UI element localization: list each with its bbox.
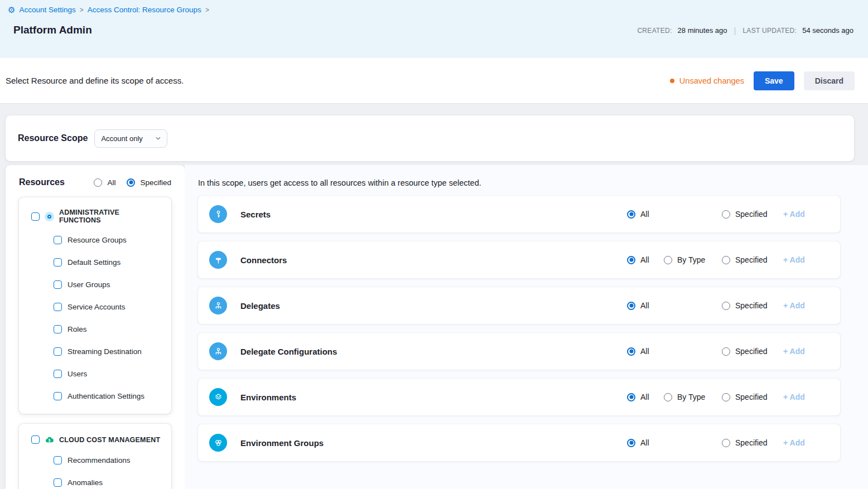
sidebar-item-authentication-settings[interactable]: Authentication Settings (19, 385, 171, 407)
checkbox[interactable] (54, 258, 62, 267)
add-button[interactable]: + Add (783, 210, 818, 219)
checkbox-administrative-functions[interactable] (31, 212, 40, 221)
radio-icon (664, 256, 672, 264)
radio-icon (627, 210, 635, 219)
page-title: Platform Admin (13, 24, 92, 36)
delegate-icon (209, 297, 227, 314)
checkbox[interactable] (54, 325, 62, 333)
group-administrative-functions: ADMINISTRATIVE FUNCTIONS Resource Groups… (19, 197, 171, 414)
breadcrumb: ⚙ Account Settings > Access Control: Res… (8, 6, 853, 14)
resource-row-secrets: Secrets All Specified + Add (198, 196, 840, 233)
sidebar-item-anomalies[interactable]: Anomalies (19, 471, 171, 489)
checkbox[interactable] (54, 303, 62, 311)
checkbox-cloud-cost-management[interactable] (31, 435, 40, 444)
radio-specified[interactable]: Specified (722, 347, 783, 356)
sidebar-item-recommendations[interactable]: Recommendations (19, 449, 171, 471)
sidebar-item-user-groups[interactable]: User Groups (19, 273, 171, 296)
action-toolbar: Select Resource and define its scope of … (0, 58, 868, 104)
checkbox[interactable] (54, 478, 62, 487)
radio-all[interactable]: All (627, 301, 664, 310)
checkbox[interactable] (54, 370, 62, 378)
sidebar-item-resource-groups[interactable]: Resource Groups (19, 229, 171, 251)
radio-specified[interactable]: Specified (722, 438, 783, 447)
resource-name: Secrets (240, 210, 271, 219)
resources-sidebar: Resources All Specified ADMINISTRATIVE F… (6, 165, 185, 489)
toolbar-description: Select Resource and define its scope of … (6, 76, 184, 85)
checkbox[interactable] (54, 456, 62, 464)
unsaved-changes-indicator: Unsaved changes (670, 76, 744, 85)
add-button[interactable]: + Add (783, 347, 818, 356)
resource-name: Environment Groups (240, 438, 324, 448)
radio-icon (722, 439, 730, 447)
created-label: CREATED: (637, 27, 672, 35)
save-button[interactable]: Save (754, 71, 794, 90)
radio-all[interactable]: All (627, 347, 664, 356)
resource-name: Environments (240, 393, 296, 402)
svg-text:$: $ (49, 438, 51, 442)
delegate-config-icon (209, 342, 227, 360)
radio-all[interactable]: All (627, 255, 664, 264)
add-button[interactable]: + Add (783, 301, 818, 310)
sidebar-item-roles[interactable]: Roles (19, 318, 171, 340)
key-icon (209, 205, 227, 223)
radio-icon (722, 210, 730, 219)
chevron-right-icon: > (205, 6, 209, 14)
sidebar-item-users[interactable]: Users (19, 362, 171, 385)
unsaved-changes-label: Unsaved changes (679, 76, 744, 85)
meta-info: CREATED: 28 minutes ago | LAST UPDATED: … (637, 26, 853, 36)
scope-instruction: In this scope, users get access to all r… (198, 178, 840, 187)
add-button[interactable]: + Add (783, 438, 818, 447)
environment-icon (209, 388, 227, 406)
radio-by-type[interactable]: By Type (664, 255, 722, 264)
sidebar-item-service-accounts[interactable]: Service Accounts (19, 296, 171, 318)
breadcrumb-resource-groups[interactable]: Access Control: Resource Groups (88, 6, 201, 14)
resource-name: Delegate Configurations (240, 347, 337, 356)
resource-row-connectors: Connectors All By Type Specified + Add (198, 241, 840, 278)
add-button[interactable]: + Add (783, 393, 818, 401)
radio-resources-specified[interactable]: Specified (127, 178, 171, 187)
add-button[interactable]: + Add (783, 255, 818, 264)
chevron-down-icon (156, 136, 161, 141)
radio-icon (722, 256, 730, 264)
radio-resources-all[interactable]: All (94, 178, 115, 187)
page-header: ⚙ Account Settings > Access Control: Res… (0, 0, 868, 58)
radio-icon (127, 178, 135, 187)
radio-all[interactable]: All (627, 210, 664, 219)
resource-scope-select[interactable]: Account only (94, 129, 167, 148)
meta-divider: | (732, 26, 737, 35)
radio-specified[interactable]: Specified (722, 393, 783, 401)
radio-by-type[interactable]: By Type (664, 393, 722, 401)
checkbox[interactable] (54, 392, 62, 400)
radio-specified[interactable]: Specified (722, 301, 783, 310)
cloud-dollar-icon: $ (45, 435, 54, 444)
sidebar-item-default-settings[interactable]: Default Settings (19, 251, 171, 273)
resource-types-panel: In this scope, users get access to all r… (185, 165, 868, 489)
last-updated-value: 54 seconds ago (802, 26, 853, 35)
radio-icon (627, 302, 635, 310)
radio-all[interactable]: All (627, 438, 664, 447)
radio-icon (94, 178, 102, 187)
unsaved-dot-icon (670, 79, 674, 83)
gear-icon: ⚙ (8, 6, 15, 14)
radio-icon (722, 302, 730, 310)
radio-icon (664, 393, 672, 401)
checkbox[interactable] (54, 347, 62, 356)
breadcrumb-account-settings[interactable]: Account Settings (19, 6, 75, 14)
sidebar-item-streaming-destination[interactable]: Streaming Destination (19, 340, 171, 362)
resource-scope-card: Resource Scope Account only (6, 115, 854, 161)
resources-title: Resources (19, 177, 65, 187)
discard-button[interactable]: Discard (804, 71, 855, 90)
connector-icon (209, 251, 227, 269)
radio-all[interactable]: All (627, 393, 664, 401)
radio-specified[interactable]: Specified (722, 255, 783, 264)
radio-icon (627, 256, 635, 264)
radio-specified[interactable]: Specified (722, 210, 783, 219)
checkbox[interactable] (54, 280, 62, 289)
resource-scope-value: Account only (101, 134, 142, 143)
resource-name: Delegates (240, 301, 280, 311)
chevron-right-icon: > (80, 6, 84, 14)
resource-scope-label: Resource Scope (18, 133, 88, 143)
checkbox[interactable] (54, 236, 62, 244)
resource-name: Connectors (240, 255, 287, 265)
radio-icon (722, 347, 730, 356)
